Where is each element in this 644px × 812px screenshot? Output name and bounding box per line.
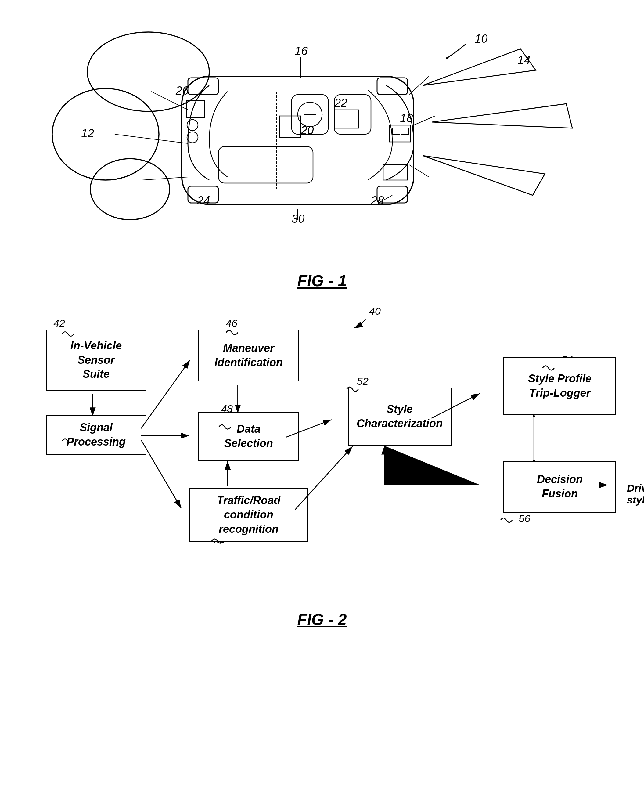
box-data-selection: Data Selection [198,412,299,461]
fig2-container: 40 42 44 46 48 50 52 54 56 In-Vehicle Se… [24,299,620,629]
svg-text:10: 10 [475,32,487,45]
ref-52: 52 [357,375,369,387]
box-style-profile: Style Profile Trip-Logger [504,357,616,415]
svg-rect-10 [218,147,313,183]
ref-46: 46 [226,317,237,329]
svg-text:28: 28 [371,194,384,207]
fig2-label: FIG - 2 [24,610,620,629]
fig1-label: FIG - 1 [24,272,620,290]
svg-text:24: 24 [197,194,210,207]
svg-text:26: 26 [175,84,189,97]
svg-line-42 [414,116,435,125]
svg-rect-6 [182,76,414,205]
fig2-diagram: 40 42 44 46 48 50 52 54 56 In-Vehicle Se… [24,299,620,604]
svg-text:14: 14 [517,54,530,67]
svg-text:30: 30 [291,212,304,225]
svg-point-18 [187,132,198,143]
svg-line-40 [142,177,188,180]
svg-rect-22 [377,78,407,95]
svg-line-39 [115,134,188,143]
ref-40: 40 [369,305,381,317]
ref-42: 42 [53,317,65,329]
box-traffic-road: Traffic/Road condition recognition [189,488,308,542]
svg-rect-15 [334,110,359,128]
fig1-diagram: 10 12 14 [24,18,620,269]
box-decision-fusion: Decision Fusion [504,461,616,513]
svg-rect-37 [383,165,407,180]
svg-point-2 [52,89,159,180]
svg-point-3 [90,159,169,220]
svg-rect-21 [401,128,409,134]
box-sensor-suite: In-Vehicle Sensor Suite [46,330,147,391]
box-style-char: Style Characterization [348,388,452,446]
svg-line-43 [409,165,429,177]
svg-rect-24 [188,78,218,95]
page: 10 12 14 [0,0,644,812]
svg-point-1 [87,32,209,111]
svg-text:18: 18 [400,112,413,125]
svg-text:20: 20 [301,124,314,137]
box-signal-processing: Signal Processing [46,415,147,455]
svg-rect-20 [392,128,400,134]
driver-style-label: Driver style [627,482,644,506]
svg-text:22: 22 [334,96,347,109]
svg-text:12: 12 [81,127,94,140]
fig1-container: 10 12 14 [24,18,620,287]
svg-text:16: 16 [295,44,308,57]
box-maneuver-id: Maneuver Identification [198,330,299,382]
ref-56: 56 [519,513,530,525]
